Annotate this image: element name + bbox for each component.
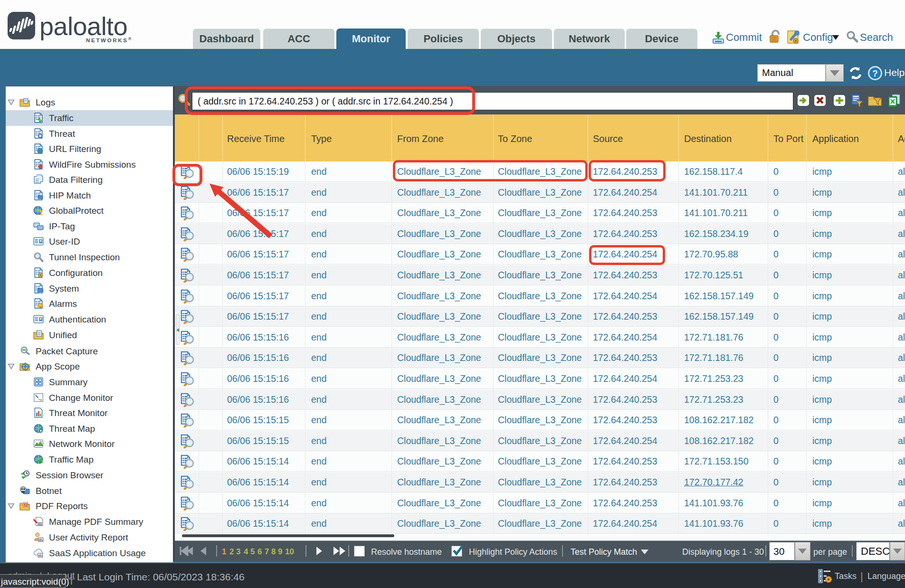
svg-text:A: A [25, 503, 27, 506]
svg-text:?: ? [872, 68, 878, 78]
